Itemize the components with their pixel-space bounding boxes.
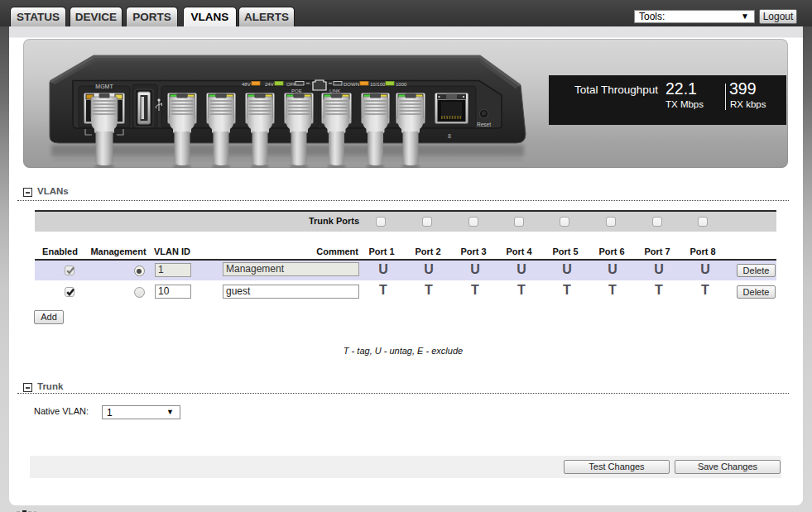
- svg-text:10/100: 10/100: [370, 82, 386, 87]
- svg-text:OFF: OFF: [286, 82, 296, 87]
- svg-text:Reset: Reset: [477, 122, 491, 127]
- svg-text:24V: 24V: [265, 82, 274, 87]
- svg-text:DOWN: DOWN: [344, 82, 359, 87]
- svg-text:48V: 48V: [242, 82, 251, 87]
- svg-text:8: 8: [448, 133, 451, 139]
- svg-text:MGMT: MGMT: [95, 84, 113, 89]
- svg-text:1000: 1000: [396, 82, 407, 87]
